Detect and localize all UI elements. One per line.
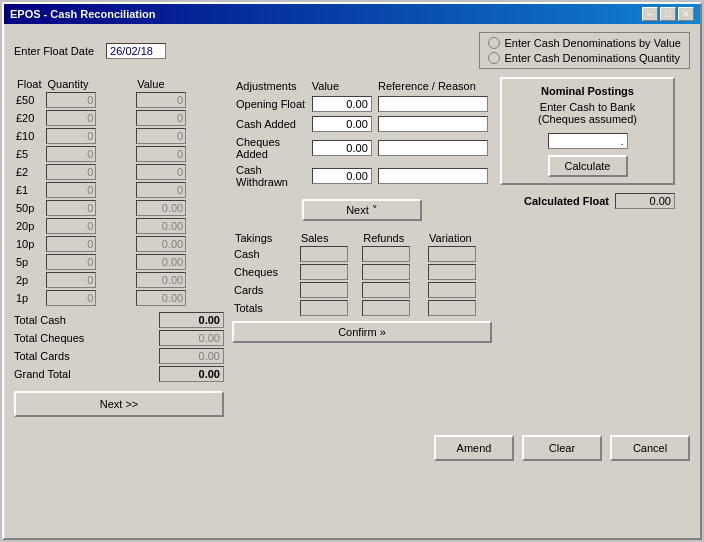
denom-val-input[interactable] — [136, 146, 186, 162]
nominal-subtitle: Enter Cash to Bank(Cheques assumed) — [508, 101, 667, 125]
takings-sales-input[interactable] — [300, 282, 348, 298]
takings-refunds-input[interactable] — [362, 282, 410, 298]
denom-val-input[interactable] — [136, 200, 186, 216]
denom-qty-input[interactable] — [46, 272, 96, 288]
total-cheques-value — [159, 330, 224, 346]
table-row: Cheques — [232, 263, 492, 281]
amend-button[interactable]: Amend — [434, 435, 514, 461]
radio-by-quantity-circle — [488, 52, 500, 64]
confirm-button[interactable]: Confirm » — [232, 321, 492, 343]
ref-input[interactable] — [378, 116, 488, 132]
ref-input[interactable] — [378, 168, 488, 184]
total-cheques-label: Total Cheques — [14, 332, 104, 344]
total-cards-value — [159, 348, 224, 364]
minimize-button[interactable]: ─ — [642, 7, 658, 21]
top-row: Enter Float Date Enter Cash Denomination… — [14, 32, 690, 69]
left-panel: Float Quantity Value £50 £20 £10 £5 £2 — [14, 77, 224, 417]
table-row: 10p — [14, 235, 224, 253]
denom-label: £1 — [14, 181, 44, 199]
adj-value-input[interactable] — [312, 168, 372, 184]
ref-input[interactable] — [378, 96, 488, 112]
denom-qty-input[interactable] — [46, 200, 96, 216]
denom-label: 1p — [14, 289, 44, 307]
takings-variation-input[interactable] — [428, 264, 476, 280]
maximize-button[interactable]: □ — [660, 7, 676, 21]
takings-table: Takings Sales Refunds Variation Cash Che… — [232, 231, 492, 317]
denom-qty-input[interactable] — [46, 128, 96, 144]
nominal-box: Nominal Postings Enter Cash to Bank(Cheq… — [500, 77, 675, 185]
denom-label: 2p — [14, 271, 44, 289]
takings-label: Cards — [232, 281, 298, 299]
adj-value-input[interactable] — [312, 140, 372, 156]
radio-by-quantity[interactable]: Enter Cash Denominations Quantity — [488, 52, 681, 64]
takings-sales-input[interactable] — [300, 264, 348, 280]
takings-section: Takings Sales Refunds Variation Cash Che… — [232, 231, 492, 317]
grand-total-row: Grand Total — [14, 365, 224, 383]
denom-val-input[interactable] — [136, 236, 186, 252]
denom-label: £20 — [14, 109, 44, 127]
main-window: EPOS - Cash Reconciliation ─ □ ✕ Enter F… — [2, 2, 702, 540]
takings-variation-input[interactable] — [428, 300, 476, 316]
window-title: EPOS - Cash Reconciliation — [10, 8, 155, 20]
radio-by-value-circle — [488, 37, 500, 49]
next-v-button[interactable]: Next ˅ — [302, 199, 422, 221]
float-date-input[interactable] — [106, 43, 166, 59]
denom-val-input[interactable] — [136, 92, 186, 108]
denom-qty-input[interactable] — [46, 290, 96, 306]
denom-qty-input[interactable] — [46, 236, 96, 252]
cancel-button[interactable]: Cancel — [610, 435, 690, 461]
clear-button[interactable]: Clear — [522, 435, 602, 461]
radio-by-value-label: Enter Cash Denominations by Value — [504, 37, 681, 49]
denom-val-input[interactable] — [136, 110, 186, 126]
table-row: £20 — [14, 109, 224, 127]
col-quantity: Quantity — [44, 77, 134, 91]
grand-total-label: Grand Total — [14, 368, 104, 380]
denom-val-input[interactable] — [136, 218, 186, 234]
adj-value-input[interactable] — [312, 96, 372, 112]
adj-col-adj: Adjustments — [234, 79, 308, 93]
total-cash-row: Total Cash — [14, 311, 224, 329]
ref-input[interactable] — [378, 140, 488, 156]
denom-val-input[interactable] — [136, 128, 186, 144]
takings-sales-input[interactable] — [300, 300, 348, 316]
denom-val-input[interactable] — [136, 254, 186, 270]
radio-by-value[interactable]: Enter Cash Denominations by Value — [488, 37, 681, 49]
calculated-float-row: Calculated Float — [500, 193, 675, 209]
denom-label: £50 — [14, 91, 44, 109]
grand-total-value — [159, 366, 224, 382]
denom-qty-input[interactable] — [46, 164, 96, 180]
denom-qty-input[interactable] — [46, 146, 96, 162]
close-button[interactable]: ✕ — [678, 7, 694, 21]
table-row: 20p — [14, 217, 224, 235]
denom-val-input[interactable] — [136, 182, 186, 198]
denom-val-input[interactable] — [136, 164, 186, 180]
takings-variation-input[interactable] — [428, 282, 476, 298]
takings-refunds-input[interactable] — [362, 300, 410, 316]
adj-value-input[interactable] — [312, 116, 372, 132]
col-value: Value — [134, 77, 224, 91]
table-row: Cards — [232, 281, 492, 299]
denom-val-input[interactable] — [136, 272, 186, 288]
nominal-input[interactable] — [548, 133, 628, 149]
takings-variation-input[interactable] — [428, 246, 476, 262]
takings-label: Cheques — [232, 263, 298, 281]
calculate-button[interactable]: Calculate — [548, 155, 628, 177]
table-row: 5p — [14, 253, 224, 271]
denom-qty-input[interactable] — [46, 182, 96, 198]
takings-refunds-input[interactable] — [362, 264, 410, 280]
denom-label: £5 — [14, 145, 44, 163]
next-bottom-button[interactable]: Next >> — [14, 391, 224, 417]
denom-qty-input[interactable] — [46, 254, 96, 270]
takings-sales-input[interactable] — [300, 246, 348, 262]
adj-col-ref: Reference / Reason — [376, 79, 490, 93]
table-row: £1 — [14, 181, 224, 199]
takings-refunds-input[interactable] — [362, 246, 410, 262]
table-row: 50p — [14, 199, 224, 217]
denom-qty-input[interactable] — [46, 110, 96, 126]
bottom-bar: Amend Clear Cancel — [4, 429, 700, 467]
denom-qty-input[interactable] — [46, 218, 96, 234]
denom-val-input[interactable] — [136, 290, 186, 306]
denom-qty-input[interactable] — [46, 92, 96, 108]
right-panel: Nominal Postings Enter Cash to Bank(Cheq… — [500, 77, 675, 417]
total-cheques-row: Total Cheques — [14, 329, 224, 347]
